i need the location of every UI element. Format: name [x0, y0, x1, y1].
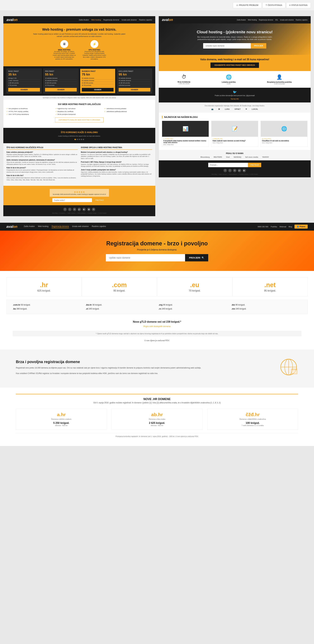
domain-blog-link[interactable]: Blog: [289, 226, 292, 228]
rating-search-btn[interactable]: PRETRAŽI: [93, 198, 106, 202]
include-6: ✓ Jednoklasna aplikacija aktivnost: [104, 111, 152, 112]
cloud-nav-domain[interactable]: Registracija domene: [259, 19, 273, 21]
nav-domain[interactable]: Registracija domene: [103, 19, 119, 21]
exclusive-order-btn[interactable]: ODABERI: [118, 88, 150, 92]
cloud-nav-why[interactable]: Zašto Avalon: [237, 19, 246, 21]
right-footer-search-input[interactable]: [208, 163, 248, 167]
domain-hero-subtitle: Provjerite je li željena domena dostupna…: [6, 248, 308, 251]
domain-nav-why[interactable]: Zašto Avalon: [24, 225, 35, 228]
faq-item-3: Kako bi da to bio prevuć? Pretpostavimo …: [6, 167, 78, 173]
banner-cta-btn[interactable]: ODABERITE HOSTING PAKET BEZ OBIVEZA: [210, 62, 259, 68]
cloud-nav-hosting[interactable]: Web Hosting: [248, 19, 257, 21]
feature-vps: ⚡ VPS HOSTING Preuzmite puni discipliran…: [82, 40, 106, 62]
domain-page: avalon Zašto Avalon Web hosting Registra…: [0, 223, 314, 446]
check-icon-2: ✓: [56, 108, 57, 110]
basic-order-btn[interactable]: ODABERI: [8, 88, 40, 92]
new-hr-section: NOVE .HR DOMENE Od 4. srpnja 2016. godin…: [0, 388, 314, 446]
rating-search-input[interactable]: [52, 198, 92, 202]
check-icon-5: ✓: [56, 111, 57, 112]
hosting-logo: avalon: [6, 18, 18, 22]
rss-icon[interactable]: ◉: [87, 208, 90, 211]
cloud-nav-ssl[interactable]: SSL: [275, 19, 278, 21]
business-order-btn[interactable]: ODABERI: [82, 88, 114, 92]
cloud-youtube-icon[interactable]: ▶: [242, 169, 246, 172]
basic-plan: BASIC PAKET 35 kn storage 5 Gb 2 web / d…: [6, 69, 42, 93]
press-section: PISALI SU O NAMA Bloomberg REUTERS Vnet …: [159, 150, 311, 160]
pro-f3: 20 dB 500 poruka: [45, 82, 77, 84]
pricing-note: Isprobajte za 30 dana i bez budžeta ili …: [3, 96, 155, 100]
other-tld-bizhr: .biz.hr 30 kn/god.: [86, 304, 156, 306]
nav-web-hosting[interactable]: Web hosting: [91, 19, 101, 21]
hosting-footer-copy: Web Blog | O Avalomu | Uvjeti i servisa …: [6, 212, 152, 214]
features-row: ⏱ Brza instalacija 1 klik, bez stresa 🌐 …: [159, 71, 311, 88]
hr-tld-ab: ab.hr Domena s dva znaka 2 625 kn/god. o…: [112, 408, 202, 430]
cloud-googleplus-icon[interactable]: g+: [238, 169, 241, 172]
warning-icon: ⚠: [236, 4, 238, 6]
googleplus-icon[interactable]: g+: [78, 208, 81, 211]
domain-nav-grow[interactable]: Rastimo zajedno: [92, 225, 106, 228]
cloud-nav-web[interactable]: Izrada web stranice: [280, 19, 294, 21]
right-footer-search-btn[interactable]: PRETRAŽI: [248, 163, 261, 167]
nav-grow[interactable]: Rastimo zajedno: [139, 19, 152, 21]
new-tld-link[interactable]: Popis svih dostupnih domena: [144, 325, 170, 328]
business-f4: 30 TB prometa: [82, 84, 114, 86]
tld-hr: .hr 625 kn/god.: [6, 277, 82, 296]
press-reuters: REUTERS: [214, 156, 222, 158]
press-title: PISALI SU O NAMA: [162, 152, 308, 154]
include-7: ✓ SSH / SFTP pristup datotekama: [6, 114, 54, 115]
service-icon: 👤: [267, 74, 292, 80]
facebook-icon[interactable]: f: [63, 208, 67, 211]
blog-title-3: Cloudflare ili vaš web na steroidima: [262, 140, 306, 142]
pricing-grid: BASIC PAKET 35 kn storage 5 Gb 2 web / d…: [6, 69, 152, 93]
nav-web-design[interactable]: Izrada web stranice: [122, 19, 137, 21]
status-button[interactable]: ℹ STATUS SUSTAVA: [286, 2, 311, 8]
business-plan-name: BUSINESS PAKET: [82, 70, 114, 72]
check-icon-3: ✓: [104, 108, 106, 110]
search-icon: 🔍: [202, 256, 204, 259]
youtube-icon[interactable]: ▶: [82, 208, 86, 211]
blog-card-2: 📝 4. listopada 2020. Kako izabrati naziv…: [211, 121, 258, 147]
include-8: ✓ 99.9% promjene dostupnosti: [56, 114, 103, 115]
report-problem-button[interactable]: ⚠ PRIJAVITE PROBLEM: [233, 2, 262, 8]
domain-login-btn[interactable]: 👤 Prijava: [294, 224, 308, 228]
include-1: ✓ Sve poboljšano za WordPress: [6, 108, 54, 110]
faq-right-title: DODINE OPCIJA U WEB HOSTING PAKETIMA: [81, 146, 152, 150]
org-logo-lukoil: LUKOIL: [252, 108, 258, 110]
business-features: 50 website domene 50 website domene 20 d…: [82, 77, 114, 86]
include-5: ✓ Besplatna SSL certifikata: [56, 111, 103, 112]
twitter-link[interactable]: Saznaj više: [230, 98, 239, 100]
cloud-facebook-icon[interactable]: f: [224, 169, 227, 172]
nav-why-avalon[interactable]: Zašto Avalon: [79, 19, 89, 21]
twitter-icon[interactable]: t: [68, 208, 72, 211]
hosting-features: 🖥 WEB HOSTING Za razliku od usluge, na n…: [10, 40, 149, 62]
blog-author-3: Autor: Matija Baric: [262, 142, 306, 144]
other-tld-org: .org 95 kn/god.: [158, 304, 228, 306]
web-hosting-title: WEB HOSTING: [52, 49, 76, 51]
domain-webmail-link[interactable]: Webmail: [280, 226, 286, 228]
faq-button[interactable]: ? ČESTA PITANJA: [262, 2, 286, 8]
email-icon[interactable]: ✉: [92, 208, 95, 211]
cloud-twitter-icon[interactable]: t: [228, 169, 232, 172]
domain-support-link[interactable]: Podrška: [271, 226, 277, 228]
cloud-nav-grow[interactable]: Rastimo zajedno: [296, 19, 308, 21]
cloud-domain-input[interactable]: [203, 43, 251, 48]
cloud-domain-btn[interactable]: PROVJER: [251, 43, 266, 48]
linkedin-icon[interactable]: in: [73, 208, 76, 211]
check-icon-6: ✓: [104, 111, 106, 112]
cloud-linkedin-icon[interactable]: in: [233, 169, 236, 172]
web-hosting-icon: 🖥: [60, 40, 68, 48]
testimonial-title: ŠTO KORISNICI KAŽE O AVALOMU: [6, 131, 152, 134]
cloud-domain-search: PROVJER: [165, 43, 304, 48]
domain-nav: Zašto Avalon Web hosting Registracija do…: [24, 225, 106, 228]
domain-nav-hosting[interactable]: Web hosting: [38, 225, 48, 228]
cloud-page: avalon Zašto Avalon Web Hosting Registra…: [158, 16, 311, 178]
domain-nav-web[interactable]: Izrada web stranice: [72, 225, 89, 228]
domain-nav-registration[interactable]: Registracija domene: [52, 225, 69, 228]
domain-search-input[interactable]: [106, 254, 185, 262]
business-price: 75 kn: [82, 73, 114, 76]
domain-search-btn[interactable]: PROVJERI 🔍: [185, 254, 208, 262]
compare-button[interactable]: USPOREDITE AVALON WEB HOSTING S DRUGIMA: [55, 118, 104, 122]
hr-tld-czd: čžđ.hr Domena s dijakritičkim znakovima …: [207, 408, 298, 430]
pro-order-btn[interactable]: ODABERI: [45, 88, 77, 92]
cloud-hero: Cloud hosting - (p)okrenite novu stranic…: [159, 24, 311, 55]
